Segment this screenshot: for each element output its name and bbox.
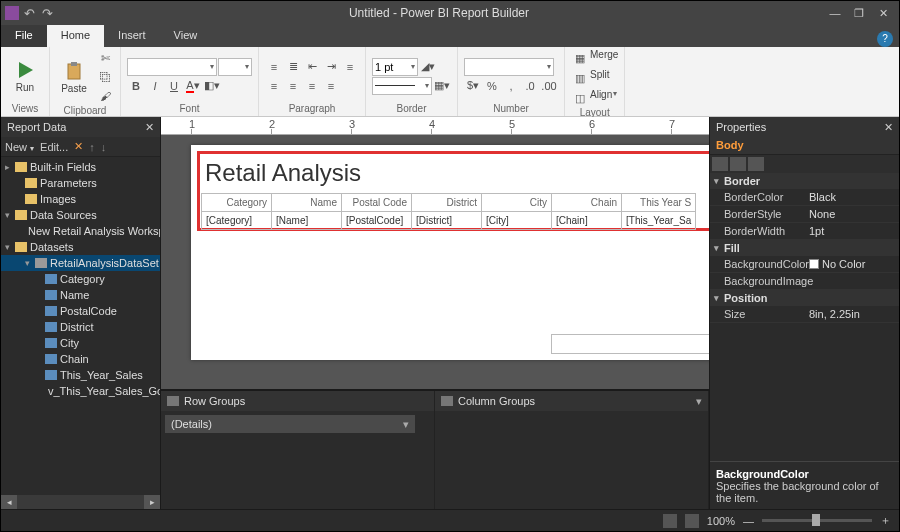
tree-node-ds1[interactable]: New Retail Analysis Workspa [1,223,160,239]
properties-close-button[interactable]: ✕ [884,121,893,134]
borders-button[interactable]: ▦▾ [433,77,451,95]
align-left-button[interactable]: ≡ [265,77,283,95]
new-button[interactable]: New ▾ [5,141,34,153]
report-title[interactable]: Retail Analysis [205,159,361,187]
category-position[interactable]: ▾Position [710,290,899,306]
report-body[interactable]: Retail Analysis Category Name Postal Cod… [191,145,709,360]
alphabetical-button[interactable] [730,157,746,171]
tree-field-category[interactable]: Category [1,271,160,287]
currency-button[interactable]: $▾ [464,77,482,95]
align-right-button[interactable]: ≡ [303,77,321,95]
edit-button[interactable]: Edit... [40,141,68,153]
cut-button[interactable]: ✄ [96,49,114,67]
design-canvas[interactable]: Retail Analysis Category Name Postal Cod… [161,135,709,389]
tab-file[interactable]: File [1,25,47,47]
tree-node-images[interactable]: Images [1,191,160,207]
font-family-combo[interactable]: ▾ [127,58,217,76]
prop-bordercolor[interactable]: BorderColorBlack [710,189,899,206]
row-groups-body[interactable]: (Details)▾ [161,411,435,509]
zoom-in-button[interactable]: ＋ [880,513,891,528]
redo-button[interactable]: ↷ [40,6,55,21]
tree-field-postalcode[interactable]: PostalCode [1,303,160,319]
property-pages-button[interactable] [748,157,764,171]
tab-insert[interactable]: Insert [104,25,160,47]
format-painter-button[interactable]: 🖌 [96,87,114,105]
tree-field-goal[interactable]: v_This_Year_Sales_Goal [1,383,160,399]
move-down-icon[interactable]: ↓ [101,141,107,153]
copy-button[interactable]: ⿻ [96,68,114,86]
comma-button[interactable]: , [502,77,520,95]
tree-node-parameters[interactable]: Parameters [1,175,160,191]
justify-button[interactable]: ≡ [322,77,340,95]
font-size-combo[interactable]: ▾ [218,58,252,76]
numbering-button[interactable]: ≣ [284,58,302,76]
report-table[interactable]: Category Name Postal Code District City … [201,193,696,230]
prop-borderstyle[interactable]: BorderStyleNone [710,206,899,223]
prop-backgroundimage[interactable]: BackgroundImage [710,273,899,290]
category-fill[interactable]: ▾Fill [710,240,899,256]
restore-button[interactable]: ❐ [847,3,871,23]
split-button[interactable]: ▥Split [571,69,618,87]
col-city[interactable]: City [482,194,552,212]
col-name[interactable]: Name [272,194,342,212]
dec-decimal-button[interactable]: .00 [540,77,558,95]
report-data-hscroll[interactable]: ◂▸ [1,495,160,509]
view-design-button[interactable] [663,514,677,528]
tree-field-chain[interactable]: Chain [1,351,160,367]
tree-node-datasources[interactable]: ▾Data Sources [1,207,160,223]
line-spacing-button[interactable]: ≡ [341,58,359,76]
tree-field-name[interactable]: Name [1,287,160,303]
dec-indent-button[interactable]: ⇤ [303,58,321,76]
tree-node-builtin[interactable]: ▸Built-in Fields [1,159,160,175]
tab-home[interactable]: Home [47,25,104,47]
category-border[interactable]: ▾Border [710,173,899,189]
view-preview-button[interactable] [685,514,699,528]
report-data-close-button[interactable]: ✕ [145,121,154,134]
number-format-combo[interactable]: ▾ [464,58,554,76]
border-color-button[interactable]: ◢▾ [419,58,437,76]
italic-button[interactable]: I [146,77,164,95]
minimize-button[interactable]: — [823,3,847,23]
font-color-button[interactable]: A▾ [184,77,202,95]
merge-button[interactable]: ▦Merge [571,49,618,67]
col-chain[interactable]: Chain [552,194,622,212]
tree-node-dset1[interactable]: ▾RetailAnalysisDataSet [1,255,160,271]
paste-button[interactable]: Paste [56,51,92,103]
execution-time-box[interactable]: [&ExecutionTime] [551,334,709,354]
details-group[interactable]: (Details)▾ [165,415,415,433]
prop-size[interactable]: Size8in, 2.25in [710,306,899,323]
col-district[interactable]: District [412,194,482,212]
tree-node-datasets[interactable]: ▾Datasets [1,239,160,255]
underline-button[interactable]: U [165,77,183,95]
percent-button[interactable]: % [483,77,501,95]
tree-field-thisyearsales[interactable]: This_Year_Sales [1,367,160,383]
align-center-button[interactable]: ≡ [284,77,302,95]
categorized-button[interactable] [712,157,728,171]
column-groups-body[interactable] [435,411,709,509]
help-button[interactable]: ? [877,31,893,47]
inc-indent-button[interactable]: ⇥ [322,58,340,76]
border-width-combo[interactable]: 1 pt▾ [372,58,418,76]
prop-borderwidth[interactable]: BorderWidth1pt [710,223,899,240]
zoom-slider[interactable] [762,519,872,522]
col-postalcode[interactable]: Postal Code [342,194,412,212]
bullets-button[interactable]: ≡ [265,58,283,76]
tree-field-city[interactable]: City [1,335,160,351]
undo-button[interactable]: ↶ [22,6,37,21]
zoom-out-button[interactable]: — [743,515,754,527]
inc-decimal-button[interactable]: .0 [521,77,539,95]
align-button[interactable]: ◫Align▾ [571,89,618,107]
groups-menu-button[interactable]: ▾ [696,395,702,408]
fill-color-button[interactable]: ◧▾ [203,77,221,95]
bold-button[interactable]: B [127,77,145,95]
delete-icon[interactable]: ✕ [74,140,83,153]
col-category[interactable]: Category [202,194,272,212]
tab-view[interactable]: View [160,25,212,47]
run-button[interactable]: Run [7,50,43,102]
close-button[interactable]: ✕ [871,3,895,23]
prop-backgroundcolor[interactable]: BackgroundColorNo Color [710,256,899,273]
col-thisyearsales[interactable]: This Year S [622,194,696,212]
move-up-icon[interactable]: ↑ [89,141,95,153]
tree-field-district[interactable]: District [1,319,160,335]
border-style-combo[interactable]: ▾ [372,77,432,95]
